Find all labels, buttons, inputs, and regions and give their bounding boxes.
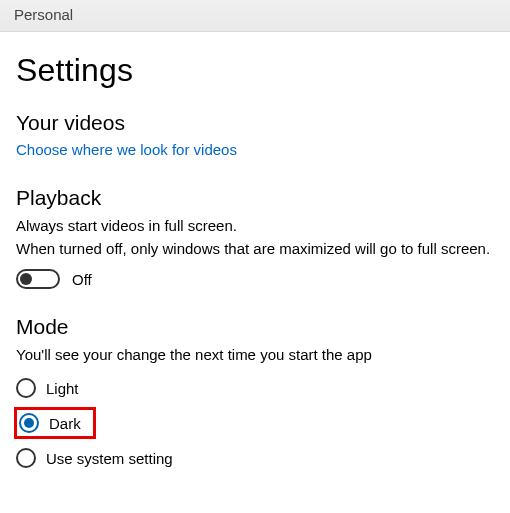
mode-option-system[interactable]: Use system setting [16,447,494,469]
playback-heading: Playback [16,186,494,210]
settings-content: Settings Your videos Choose where we loo… [0,32,510,469]
playback-desc-line1: Always start videos in full screen. [16,216,494,237]
page-title: Settings [16,52,494,89]
mode-option-dark[interactable]: Dark [19,412,81,434]
window-titlebar: Personal [0,0,510,32]
your-videos-heading: Your videos [16,111,494,135]
highlight-dark-option: Dark [14,407,96,439]
section-mode: Mode You'll see your change the next tim… [16,315,494,469]
toggle-knob [20,273,32,285]
choose-video-locations-link[interactable]: Choose where we look for videos [16,141,237,158]
radio-icon [16,448,36,468]
radio-icon [16,378,36,398]
mode-heading: Mode [16,315,494,339]
mode-hint: You'll see your change the next time you… [16,345,494,366]
section-your-videos: Your videos Choose where we look for vid… [16,111,494,186]
playback-desc-line2: When turned off, only windows that are m… [16,239,494,260]
mode-option-light[interactable]: Light [16,377,494,399]
mode-option-label: Light [46,380,79,397]
section-playback: Playback Always start videos in full scr… [16,186,494,289]
window-title: Personal [14,6,73,23]
mode-option-label: Use system setting [46,450,173,467]
fullscreen-toggle[interactable] [16,269,60,289]
radio-icon [19,413,39,433]
mode-option-label: Dark [49,415,81,432]
radio-dot-icon [24,418,34,428]
fullscreen-toggle-label: Off [72,271,92,288]
fullscreen-toggle-row: Off [16,269,494,289]
